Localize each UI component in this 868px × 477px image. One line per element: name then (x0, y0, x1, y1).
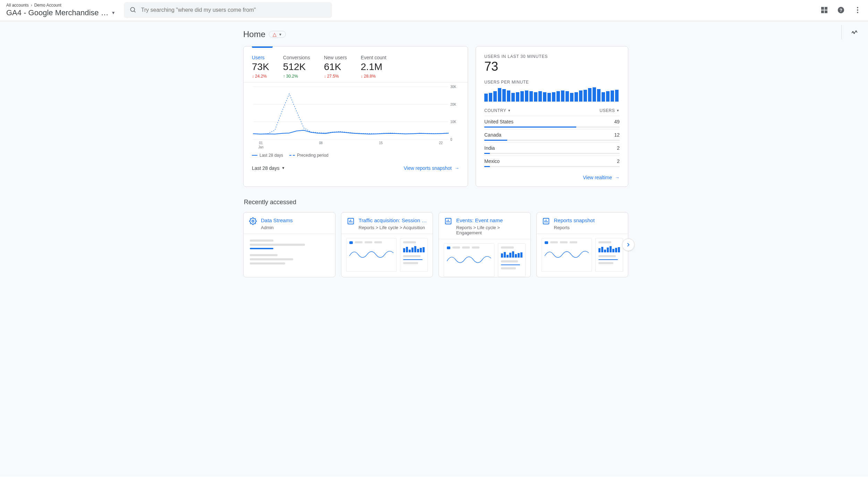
caret-down-icon: ▼ (111, 10, 116, 15)
bar-chart-icon (542, 217, 550, 227)
legend-previous: Preceding period (289, 153, 329, 158)
recent-card-title: Traffic acquisition: Session defa… (359, 217, 427, 224)
recently-accessed-row: Data Streams Admin Traffic acquisition: … (243, 212, 628, 277)
realtime-subtitle: USERS PER MINUTE (484, 80, 620, 85)
recent-card[interactable]: Events: Event name Reports > Life cycle … (439, 212, 531, 277)
search-input[interactable] (141, 7, 326, 13)
metrics-tabs: Users 73K ↓ 24.2% Conversions 512K ↑ 30.… (244, 46, 468, 83)
caret-down-icon: ▼ (616, 109, 620, 112)
gear-icon (249, 217, 257, 227)
svg-line-1 (134, 11, 135, 12)
warning-icon: △ (273, 32, 276, 37)
breadcrumb-root[interactable]: All accounts (6, 3, 29, 8)
arrow-down-icon: ↓ (361, 74, 363, 79)
insights-button[interactable] (851, 28, 858, 36)
caret-down-icon: ▼ (279, 33, 282, 36)
realtime-metric-selector[interactable]: USERS ▼ (599, 108, 620, 113)
svg-text:20K: 20K (450, 102, 456, 106)
realtime-row[interactable]: United States 49 (484, 116, 620, 129)
arrow-up-icon: ↑ (283, 74, 285, 79)
metric-label: Event count (361, 55, 386, 60)
realtime-value: 73 (484, 60, 620, 73)
recent-card-preview (537, 234, 628, 272)
realtime-card: USERS IN LAST 30 MINUTES 73 USERS PER MI… (476, 46, 628, 187)
metric-users[interactable]: Users 73K ↓ 24.2% (252, 53, 269, 79)
recent-card-preview (341, 234, 433, 272)
view-realtime-link[interactable]: View realtime → (583, 175, 620, 180)
recent-card-preview (244, 234, 335, 272)
recently-accessed-title: Recently accessed (244, 199, 628, 206)
metric-value: 73K (252, 62, 269, 72)
caret-down-icon: ▼ (508, 109, 511, 112)
realtime-row-value: 2 (617, 158, 620, 164)
metric-conversions[interactable]: Conversions 512K ↑ 30.2% (283, 53, 310, 79)
breadcrumb[interactable]: All accounts › Demo Account (6, 3, 116, 8)
realtime-row-label: United States (484, 119, 513, 124)
property-title: GA4 - Google Merchandise … (6, 8, 109, 17)
svg-text:0: 0 (450, 137, 452, 141)
recent-card[interactable]: Traffic acquisition: Session defa… Repor… (341, 212, 433, 277)
svg-point-0 (130, 7, 135, 11)
metric-value: 2.1M (361, 62, 386, 72)
apps-grid-icon[interactable] (820, 6, 828, 14)
breadcrumb-current[interactable]: Demo Account (34, 3, 61, 8)
arrow-right-icon: → (454, 165, 459, 171)
arrow-down-icon: ↓ (252, 74, 254, 79)
realtime-row[interactable]: Mexico 2 (484, 155, 620, 168)
body-area: Home △ ▼ Users 73K ↓ 24.2% (0, 21, 868, 477)
date-range-picker[interactable]: Last 28 days ▼ (252, 165, 285, 171)
realtime-row[interactable]: Canada 12 (484, 129, 620, 142)
chevron-right-icon: › (31, 3, 32, 8)
realtime-row[interactable]: India 2 (484, 142, 620, 155)
bar-chart-icon (444, 217, 452, 227)
more-menu-icon[interactable] (853, 6, 862, 14)
realtime-table-head: COUNTRY ▼ USERS ▼ (484, 108, 620, 116)
legend-current: Last 28 days (252, 153, 283, 158)
search-icon (129, 6, 136, 14)
metric-new-users[interactable]: New users 61K ↓ 27.5% (324, 53, 347, 79)
metric-label: Users (252, 55, 269, 60)
recent-card-title: Events: Event name (456, 217, 525, 224)
svg-point-4 (852, 32, 853, 33)
realtime-row-value: 2 (617, 145, 620, 151)
carousel-next-button[interactable] (622, 238, 635, 251)
svg-text:08: 08 (319, 141, 323, 145)
arrow-down-icon: ↓ (324, 74, 326, 79)
svg-text:01: 01 (259, 141, 263, 145)
realtime-row-bar (484, 127, 620, 128)
recent-card[interactable]: Reports snapshot Reports (536, 212, 629, 277)
realtime-row-label: Canada (484, 132, 501, 138)
metrics-card-footer: Last 28 days ▼ View reports snapshot → (244, 161, 468, 177)
svg-text:?: ? (840, 8, 842, 13)
svg-text:30K: 30K (450, 85, 456, 89)
search-box[interactable] (124, 2, 332, 18)
metric-value: 512K (283, 62, 310, 72)
recent-card[interactable]: Data Streams Admin (243, 212, 335, 277)
line-chart: 010K20K30K01Jan081522 (252, 85, 459, 150)
realtime-dim-selector[interactable]: COUNTRY ▼ (484, 108, 511, 113)
realtime-row-value: 49 (614, 119, 620, 124)
svg-text:Jan: Jan (258, 145, 263, 149)
metric-delta: ↓ 27.5% (324, 74, 347, 79)
page-title: Home (243, 29, 265, 39)
svg-text:15: 15 (379, 141, 383, 145)
users-per-minute-chart (484, 87, 620, 102)
realtime-row-label: India (484, 145, 495, 151)
metric-event-count[interactable]: Event count 2.1M ↓ 28.8% (361, 53, 386, 79)
arrow-right-icon: → (615, 175, 620, 180)
recent-card-preview (439, 239, 530, 277)
help-icon[interactable]: ? (837, 6, 845, 14)
realtime-row-bar (484, 166, 620, 167)
realtime-row-bar (484, 140, 620, 141)
recent-card-subtitle: Reports > Life cycle > Acquisition (359, 225, 427, 230)
view-reports-snapshot-link[interactable]: View reports snapshot → (404, 165, 459, 171)
svg-text:10K: 10K (450, 120, 456, 124)
content: Home △ ▼ Users 73K ↓ 24.2% (205, 21, 663, 291)
svg-point-6 (856, 31, 857, 32)
property-selector[interactable]: GA4 - Google Merchandise … ▼ (6, 8, 116, 17)
bar-chart-icon (347, 217, 355, 227)
diagnostics-pill[interactable]: △ ▼ (269, 31, 286, 38)
recent-card-title: Data Streams (261, 217, 330, 224)
metrics-card: Users 73K ↓ 24.2% Conversions 512K ↑ 30.… (243, 46, 468, 187)
metric-delta: ↑ 30.2% (283, 74, 310, 79)
